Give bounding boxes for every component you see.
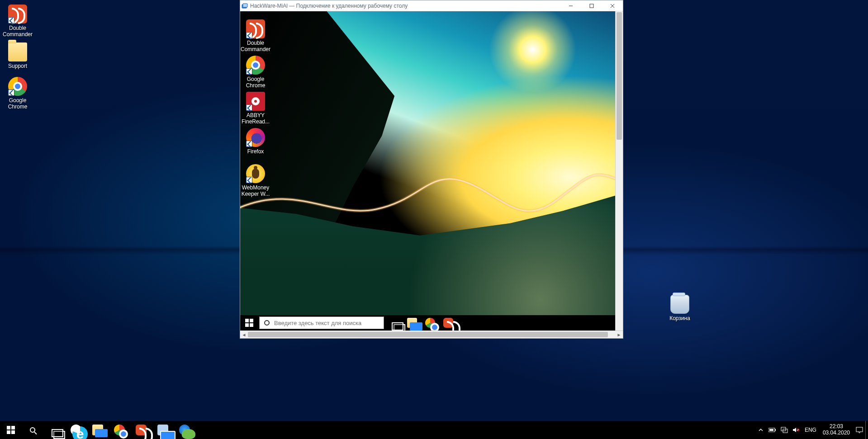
host-desktop-icon-support[interactable]: Support <box>1 42 34 70</box>
firefox-icon <box>246 128 265 147</box>
remote-desktop-icon-google-chrome[interactable]: Google Chrome <box>241 56 270 89</box>
rdp-window-title: HackWare-MiAl — Подключение к удаленному… <box>249 3 408 9</box>
host-taskbar: ENG 22:03 03.04.2020 <box>0 421 868 439</box>
remote-desktop-icon-webmoney[interactable]: WebMoney Keeper W... <box>241 164 270 198</box>
scrollbar-thumb[interactable] <box>617 12 622 140</box>
remote-taskbar <box>240 315 615 330</box>
search-icon <box>30 427 35 433</box>
svg-rect-8 <box>769 429 773 431</box>
host-desktop[interactable]: Double CommanderSupportGoogle Chrome Кор… <box>0 0 868 439</box>
host-search-button[interactable] <box>22 421 43 439</box>
remote-taskbar-app-chrome[interactable] <box>421 315 439 330</box>
host-taskbar-app-explorer[interactable] <box>87 421 109 439</box>
shortcut-overlay-icon <box>246 32 252 38</box>
dc-icon <box>443 318 453 328</box>
tray-overflow-button[interactable] <box>755 421 767 439</box>
remote-desktop-icon-double-commander[interactable]: Double Commander <box>241 19 270 53</box>
host-taskbar-app-double-commander[interactable] <box>130 421 152 439</box>
rdp-app-icon <box>240 3 249 9</box>
icon-label: Double Commander <box>241 40 270 53</box>
host-start-button[interactable] <box>0 421 22 439</box>
task-view-icon <box>389 318 399 328</box>
remote-taskbar-app-double-commander[interactable] <box>439 315 457 330</box>
shortcut-overlay-icon <box>246 68 252 75</box>
rdp-vertical-scrollbar[interactable] <box>615 11 623 330</box>
host-task-view-button[interactable] <box>43 421 65 439</box>
svg-rect-7 <box>775 429 776 431</box>
shortcut-overlay-icon <box>246 141 252 147</box>
dc-icon <box>136 425 147 435</box>
host-desktop-icon-google-chrome[interactable]: Google Chrome <box>1 77 34 110</box>
scrollbar-thumb[interactable] <box>248 332 608 337</box>
explorer-icon <box>92 425 103 435</box>
tray-date: 03.04.2020 <box>823 430 850 436</box>
shortcut-overlay-icon <box>246 104 252 111</box>
dc-icon <box>246 19 265 38</box>
shortcut-overlay-icon <box>8 17 14 24</box>
icon-label: WebMoney Keeper W... <box>242 185 270 198</box>
windows-icon <box>245 319 253 327</box>
icon-label: Firefox <box>247 149 264 155</box>
minimize-button[interactable] <box>560 0 581 11</box>
tray-language[interactable]: ENG <box>802 427 819 433</box>
folder-icon <box>8 42 27 61</box>
task-view-icon <box>49 425 60 435</box>
world-icon <box>179 425 190 435</box>
tray-action-center-button[interactable] <box>854 421 865 439</box>
windows-icon <box>7 426 15 434</box>
explorer-icon <box>407 318 417 328</box>
abbyy-icon <box>246 92 265 111</box>
host-taskbar-app-world-app[interactable] <box>174 421 195 439</box>
chrome-icon <box>8 77 27 96</box>
close-button[interactable] <box>602 0 623 11</box>
icon-label: Google Chrome <box>8 98 28 110</box>
wm-icon <box>246 164 265 183</box>
remote-task-view-button[interactable] <box>385 315 403 330</box>
notification-icon <box>856 427 863 433</box>
remote-desktop-icon-abbyy[interactable]: ABBYY FineRead... <box>241 92 270 125</box>
rdp-icon <box>157 425 168 435</box>
remote-search-box[interactable] <box>259 316 384 329</box>
svg-rect-13 <box>856 427 863 432</box>
host-taskbar-app-rdp[interactable] <box>152 421 174 439</box>
host-desktop-icon-double-commander[interactable]: Double Commander <box>1 5 34 38</box>
icon-label: Double Commander <box>3 25 33 38</box>
search-icon <box>260 320 274 326</box>
chrome-icon <box>425 318 435 328</box>
host-taskbar-app-chrome[interactable] <box>109 421 130 439</box>
rdp-titlebar[interactable]: HackWare-MiAl — Подключение к удаленному… <box>240 0 623 11</box>
rdp-remote-screen[interactable]: Double CommanderGoogle ChromeABBYY FineR… <box>240 11 615 330</box>
icon-label: Google Chrome <box>246 76 266 89</box>
chrome-icon <box>246 56 265 75</box>
rdp-window[interactable]: HackWare-MiAl — Подключение к удаленному… <box>240 0 623 339</box>
maximize-button[interactable] <box>581 0 602 11</box>
icon-label: Support <box>8 63 27 70</box>
dc-icon <box>8 5 27 24</box>
chrome-icon <box>114 425 125 435</box>
remote-desktop-icon-firefox[interactable]: Firefox <box>241 128 270 155</box>
show-desktop-button[interactable] <box>865 421 868 439</box>
host-system-tray: ENG 22:03 03.04.2020 <box>755 421 868 439</box>
tray-time: 22:03 <box>830 424 843 430</box>
ie-icon <box>71 425 81 435</box>
scroll-right-button[interactable]: ► <box>615 331 623 339</box>
tray-volume-icon[interactable] <box>790 421 802 439</box>
recycle-bin[interactable]: Корзина <box>663 295 697 322</box>
chevron-up-icon <box>759 428 763 432</box>
shortcut-overlay-icon <box>8 90 14 96</box>
remote-taskbar-app-explorer[interactable] <box>403 315 421 330</box>
svg-rect-3 <box>590 4 593 8</box>
remote-search-input[interactable] <box>274 320 384 326</box>
tray-battery-icon[interactable] <box>767 421 778 439</box>
scroll-left-button[interactable]: ◄ <box>240 331 248 339</box>
trash-icon <box>670 295 689 314</box>
host-taskbar-app-ie[interactable] <box>65 421 87 439</box>
recycle-bin-label: Корзина <box>669 316 690 322</box>
tray-clock[interactable]: 22:03 03.04.2020 <box>819 424 854 436</box>
tray-network-icon[interactable] <box>778 421 790 439</box>
rdp-horizontal-scrollbar[interactable]: ◄ ► <box>240 330 623 338</box>
icon-label: ABBYY FineRead... <box>242 113 270 125</box>
svg-rect-1 <box>243 4 247 7</box>
remote-start-button[interactable] <box>240 315 258 330</box>
shortcut-overlay-icon <box>246 177 252 183</box>
